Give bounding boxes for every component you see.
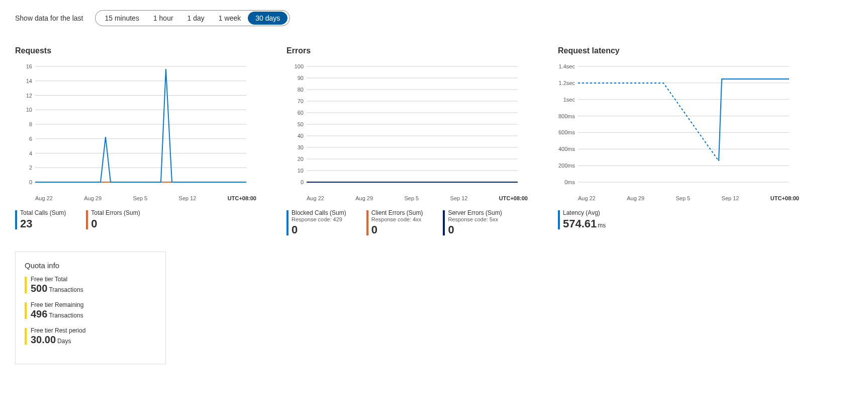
x-axis-latency: Aug 22Aug 29Sep 5Sep 12UTC+08:00 xyxy=(558,195,799,201)
x-axis-requests: Aug 22Aug 29Sep 5Sep 12UTC+08:00 xyxy=(15,195,256,201)
svg-text:16: 16 xyxy=(26,63,32,69)
svg-text:12: 12 xyxy=(26,93,32,99)
chart-title: Request latency xyxy=(558,46,799,55)
metric-label: Blocked Calls (Sum) xyxy=(292,209,346,216)
y-labels: 0ms200ms400ms600ms800ms1sec1.2sec1.4sec xyxy=(558,63,575,185)
metric-sublabel: Response code: 429 xyxy=(292,216,346,222)
x-tick: Sep 5 xyxy=(404,195,419,201)
range-option-30d[interactable]: 30 days xyxy=(248,12,287,25)
range-option-1h[interactable]: 1 hour xyxy=(146,12,180,24)
svg-text:90: 90 xyxy=(298,75,304,81)
svg-text:400ms: 400ms xyxy=(558,146,575,152)
chart-plot-latency[interactable]: 0ms200ms400ms600ms800ms1sec1.2sec1.4sec xyxy=(558,61,799,192)
gridlines xyxy=(35,66,246,182)
x-tick: Aug 29 xyxy=(355,195,373,201)
svg-text:60: 60 xyxy=(298,110,304,116)
metric-label: Total Calls (Sum) xyxy=(20,209,66,216)
x-tick: Sep 5 xyxy=(676,195,690,201)
range-option-1d[interactable]: 1 day xyxy=(180,12,212,24)
time-range-picker: 15 minutes 1 hour 1 day 1 week 30 days xyxy=(95,10,290,26)
metrics-latency: Latency (Avg) 574.61ms xyxy=(558,209,799,230)
metric-latency-avg: Latency (Avg) 574.61ms xyxy=(558,209,606,230)
gridlines xyxy=(578,66,789,182)
x-tick: Sep 5 xyxy=(133,195,147,201)
svg-text:70: 70 xyxy=(298,98,304,104)
svg-text:1.2sec: 1.2sec xyxy=(559,80,575,86)
gridlines xyxy=(307,66,518,182)
time-range-row: Show data for the last 15 minutes 1 hour… xyxy=(15,10,853,26)
range-option-15m[interactable]: 15 minutes xyxy=(98,12,146,24)
quota-card: Quota info Free tier Total 500Transactio… xyxy=(15,252,166,364)
y-labels: 0246810121416 xyxy=(26,63,32,185)
metric-total-calls: Total Calls (Sum) 23 xyxy=(15,209,66,230)
x-tick: Sep 12 xyxy=(179,195,197,201)
svg-text:0: 0 xyxy=(29,179,32,185)
svg-text:1sec: 1sec xyxy=(563,97,575,103)
metric-client-errors: Client Errors (Sum) Response code: 4xx 0 xyxy=(366,209,423,236)
metric-value: 0 xyxy=(91,217,140,230)
x-tick: Sep 12 xyxy=(722,195,739,201)
svg-text:8: 8 xyxy=(29,121,32,127)
quota-value: 30.00Days xyxy=(31,334,156,346)
svg-text:40: 40 xyxy=(298,133,304,139)
svg-text:6: 6 xyxy=(29,136,32,142)
quota-label: Free tier Rest period xyxy=(31,327,156,334)
metric-value: 0 xyxy=(371,223,423,236)
x-tick: Sep 12 xyxy=(450,195,468,201)
quota-value: 500Transactions xyxy=(31,283,156,294)
svg-text:0: 0 xyxy=(301,179,304,185)
series-latency-solid xyxy=(719,79,789,161)
chart-plot-errors[interactable]: 0102030405060708090100 xyxy=(286,61,528,192)
svg-text:4: 4 xyxy=(29,150,32,156)
quota-value: 496Transactions xyxy=(31,308,156,320)
metric-label: Server Errors (Sum) xyxy=(448,209,502,216)
metric-label: Latency (Avg) xyxy=(563,209,606,216)
chart-title: Requests xyxy=(15,46,256,55)
x-tick: Aug 29 xyxy=(84,195,102,201)
timezone-label: UTC+08:00 xyxy=(499,195,528,201)
svg-text:2: 2 xyxy=(29,165,32,171)
quota-item-remaining: Free tier Remaining 496Transactions xyxy=(25,301,156,320)
metric-sublabel: Response code: 5xx xyxy=(448,216,502,222)
metrics-errors: Blocked Calls (Sum) Response code: 429 0… xyxy=(286,209,528,236)
metric-value: 0 xyxy=(292,223,346,236)
quota-item-rest: Free tier Rest period 30.00Days xyxy=(25,327,156,346)
time-range-label: Show data for the last xyxy=(15,14,83,22)
svg-text:50: 50 xyxy=(298,121,304,127)
metric-value: 574.61ms xyxy=(563,217,606,230)
svg-text:800ms: 800ms xyxy=(558,113,575,119)
metric-value: 23 xyxy=(20,217,66,230)
metric-label: Total Errors (Sum) xyxy=(91,209,140,216)
metric-label: Client Errors (Sum) xyxy=(371,209,423,216)
chart-errors: Errors 0102030405060708090100 Aug 22Aug … xyxy=(286,46,528,236)
svg-text:14: 14 xyxy=(26,78,32,84)
series-total-calls xyxy=(35,69,246,182)
svg-text:600ms: 600ms xyxy=(558,129,575,135)
timezone-label: UTC+08:00 xyxy=(770,195,799,201)
timezone-label: UTC+08:00 xyxy=(228,195,256,201)
x-axis-errors: Aug 22Aug 29Sep 5Sep 12UTC+08:00 xyxy=(286,195,528,201)
x-tick: Aug 29 xyxy=(627,195,644,201)
quota-label: Free tier Remaining xyxy=(31,301,156,308)
svg-text:10: 10 xyxy=(298,168,304,174)
x-tick: Aug 22 xyxy=(578,195,596,201)
metric-sublabel: Response code: 4xx xyxy=(371,216,423,222)
range-option-1w[interactable]: 1 week xyxy=(212,12,248,24)
quota-title: Quota info xyxy=(25,261,156,270)
y-labels: 0102030405060708090100 xyxy=(295,63,304,185)
metrics-requests: Total Calls (Sum) 23 Total Errors (Sum) … xyxy=(15,209,256,230)
svg-text:1.4sec: 1.4sec xyxy=(559,63,575,69)
chart-plot-requests[interactable]: 0246810121416 xyxy=(15,61,256,192)
quota-label: Free tier Total xyxy=(31,276,156,283)
svg-text:30: 30 xyxy=(298,144,304,150)
chart-requests: Requests 0246810121416 Aug 22Aug 29Sep 5… xyxy=(15,46,256,236)
metric-blocked-calls: Blocked Calls (Sum) Response code: 429 0 xyxy=(286,209,346,236)
chart-latency: Request latency 0ms200ms400ms600ms800ms1… xyxy=(558,46,799,236)
svg-text:10: 10 xyxy=(26,107,32,113)
metric-server-errors: Server Errors (Sum) Response code: 5xx 0 xyxy=(443,209,502,236)
svg-text:200ms: 200ms xyxy=(558,163,575,169)
svg-text:80: 80 xyxy=(298,87,304,93)
svg-text:100: 100 xyxy=(295,63,304,69)
metric-total-errors: Total Errors (Sum) 0 xyxy=(86,209,140,230)
quota-item-total: Free tier Total 500Transactions xyxy=(25,276,156,294)
